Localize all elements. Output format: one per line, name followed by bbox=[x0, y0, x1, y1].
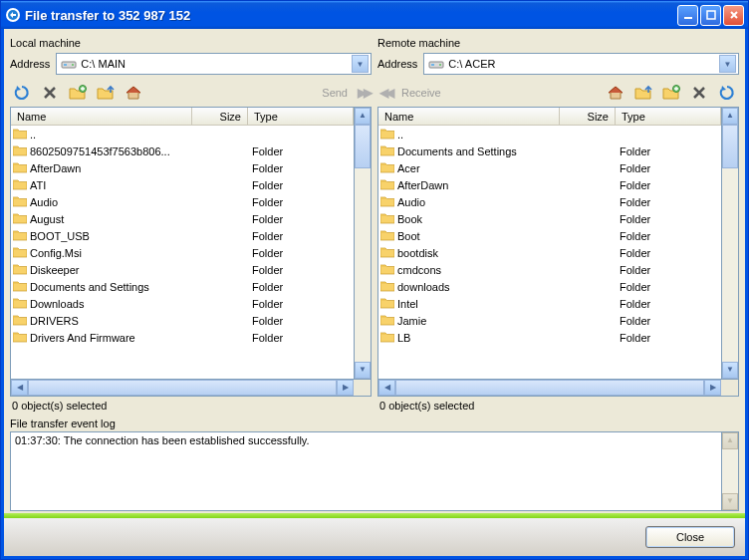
list-item[interactable]: AfterDawnFolder bbox=[378, 176, 721, 193]
scroll-up-icon[interactable]: ▲ bbox=[355, 108, 371, 125]
list-item[interactable]: BookFolder bbox=[378, 210, 721, 227]
delete-button[interactable] bbox=[38, 81, 62, 105]
item-name: cmdcons bbox=[397, 264, 441, 276]
col-name[interactable]: Name bbox=[11, 108, 192, 126]
list-item[interactable]: cmdconsFolder bbox=[378, 261, 721, 278]
item-type: Folder bbox=[614, 281, 719, 293]
list-item[interactable]: Documents and SettingsFolder bbox=[378, 142, 721, 159]
item-type: Folder bbox=[614, 247, 719, 259]
scroll-down-icon[interactable]: ▼ bbox=[355, 362, 371, 379]
list-item[interactable]: Documents and SettingsFolder bbox=[11, 278, 354, 295]
folder-icon bbox=[380, 161, 394, 175]
local-hscroll[interactable]: ◀ ▶ bbox=[10, 380, 372, 397]
close-window-button[interactable] bbox=[723, 5, 744, 26]
list-item[interactable]: JamieFolder bbox=[378, 312, 721, 329]
col-size[interactable]: Size bbox=[560, 108, 616, 126]
item-name: ATI bbox=[30, 179, 46, 191]
scroll-down-icon[interactable]: ▼ bbox=[722, 493, 738, 510]
scroll-left-icon[interactable]: ◀ bbox=[11, 380, 28, 396]
list-item[interactable]: .. bbox=[378, 126, 721, 142]
local-vscroll[interactable]: ▲ ▼ bbox=[355, 107, 372, 380]
list-item[interactable]: Drivers And FirmwareFolder bbox=[11, 329, 354, 346]
folder-icon bbox=[13, 178, 27, 192]
scroll-up-icon[interactable]: ▲ bbox=[722, 108, 738, 125]
list-item[interactable]: AugustFolder bbox=[11, 210, 354, 227]
item-name: DRIVERS bbox=[30, 315, 79, 327]
new-folder-button[interactable] bbox=[659, 81, 683, 105]
remote-hscroll[interactable]: ◀ ▶ bbox=[377, 380, 739, 397]
list-item[interactable]: DownloadsFolder bbox=[11, 295, 354, 312]
list-item[interactable]: AfterDawnFolder bbox=[11, 159, 354, 176]
item-type: Folder bbox=[246, 213, 352, 225]
scroll-right-icon[interactable]: ▶ bbox=[337, 380, 354, 396]
refresh-button[interactable] bbox=[715, 81, 739, 105]
scroll-thumb[interactable] bbox=[722, 125, 738, 168]
scroll-left-icon[interactable]: ◀ bbox=[378, 380, 395, 396]
list-item[interactable]: AcerFolder bbox=[378, 159, 721, 176]
window: File transfer to 352 987 152 Local machi… bbox=[0, 0, 749, 560]
remote-pane: Remote machine Address C:\ ACER ▼ ◀◀ Rec… bbox=[377, 35, 739, 418]
close-button[interactable]: Close bbox=[645, 526, 735, 548]
item-name: LB bbox=[397, 332, 410, 344]
folder-icon bbox=[380, 297, 394, 311]
parent-folder-button[interactable] bbox=[94, 81, 118, 105]
scroll-thumb[interactable] bbox=[355, 125, 371, 168]
list-item[interactable]: AudioFolder bbox=[378, 193, 721, 210]
list-item[interactable]: LBFolder bbox=[378, 329, 721, 346]
item-type: Folder bbox=[614, 298, 719, 310]
home-button[interactable] bbox=[604, 81, 627, 105]
local-file-list[interactable]: Name Size Type ..8602509751453f7563b806.… bbox=[10, 107, 355, 380]
list-item[interactable]: AudioFolder bbox=[11, 193, 354, 210]
scroll-up-icon[interactable]: ▲ bbox=[722, 432, 738, 449]
app-icon bbox=[5, 7, 21, 23]
home-button[interactable] bbox=[122, 81, 145, 105]
list-item[interactable]: DiskeeperFolder bbox=[11, 261, 354, 278]
receive-label: Receive bbox=[397, 87, 445, 99]
list-item[interactable]: .. bbox=[11, 126, 354, 142]
maximize-button[interactable] bbox=[700, 5, 721, 26]
hscroll-thumb[interactable] bbox=[395, 380, 704, 396]
list-item[interactable]: bootdiskFolder bbox=[378, 244, 721, 261]
list-item[interactable]: 8602509751453f7563b806...Folder bbox=[11, 142, 354, 159]
remote-toolbar: ◀◀ Receive bbox=[377, 79, 739, 107]
minimize-button[interactable] bbox=[677, 5, 698, 26]
chevron-down-icon[interactable]: ▼ bbox=[719, 55, 736, 73]
list-item[interactable]: downloadsFolder bbox=[378, 278, 721, 295]
list-item[interactable]: ATIFolder bbox=[11, 176, 354, 193]
item-name: Book bbox=[397, 213, 422, 225]
col-size[interactable]: Size bbox=[192, 108, 248, 126]
folder-icon bbox=[13, 144, 27, 158]
folder-icon bbox=[380, 314, 394, 328]
parent-folder-button[interactable] bbox=[631, 81, 655, 105]
list-item[interactable]: BootFolder bbox=[378, 227, 721, 244]
item-type: Folder bbox=[246, 332, 352, 344]
send-label: Send bbox=[318, 87, 352, 99]
list-item[interactable]: DRIVERSFolder bbox=[11, 312, 354, 329]
scroll-down-icon[interactable]: ▼ bbox=[722, 362, 738, 379]
refresh-button[interactable] bbox=[10, 81, 34, 105]
remote-vscroll[interactable]: ▲ ▼ bbox=[722, 107, 739, 380]
folder-icon bbox=[380, 246, 394, 260]
list-item[interactable]: BOOT_USBFolder bbox=[11, 227, 354, 244]
receive-arrow-icon[interactable]: ◀◀ bbox=[377, 86, 393, 100]
list-item[interactable]: Config.MsiFolder bbox=[11, 244, 354, 261]
delete-button[interactable] bbox=[687, 81, 711, 105]
col-name[interactable]: Name bbox=[378, 108, 560, 126]
chevron-down-icon[interactable]: ▼ bbox=[352, 55, 369, 73]
log-box[interactable]: 01:37:30: The connection has been establ… bbox=[10, 431, 722, 511]
remote-file-list[interactable]: Name Size Type ..Documents and SettingsF… bbox=[377, 107, 722, 380]
col-type[interactable]: Type bbox=[616, 108, 721, 126]
new-folder-button[interactable] bbox=[66, 81, 90, 105]
col-type[interactable]: Type bbox=[248, 108, 354, 126]
log-vscroll[interactable]: ▲ ▼ bbox=[722, 431, 739, 511]
hscroll-thumb[interactable] bbox=[28, 380, 337, 396]
item-type: Folder bbox=[246, 196, 352, 208]
log-section: File transfer event log 01:37:30: The co… bbox=[4, 418, 745, 513]
remote-address-combo[interactable]: C:\ ACER ▼ bbox=[423, 53, 739, 75]
svg-point-6 bbox=[72, 64, 74, 66]
scroll-right-icon[interactable]: ▶ bbox=[704, 380, 721, 396]
send-arrow-icon[interactable]: ▶▶ bbox=[356, 86, 372, 100]
list-item[interactable]: IntelFolder bbox=[378, 295, 721, 312]
folder-icon bbox=[380, 331, 394, 345]
local-address-combo[interactable]: C:\ MAIN ▼ bbox=[56, 53, 372, 75]
